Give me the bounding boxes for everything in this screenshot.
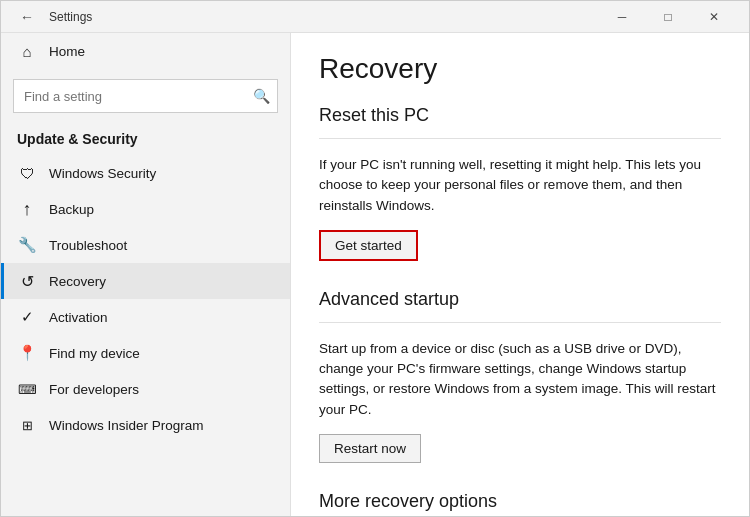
more-options-section: More recovery options Learn how to start…: [319, 491, 721, 516]
sidebar-item-find-my-device-label: Find my device: [49, 346, 140, 361]
window-controls: ─ □ ✕: [599, 1, 737, 33]
minimize-button[interactable]: ─: [599, 1, 645, 33]
main-layout: ⌂ Home 🔍 Update & Security 🛡 Windows Sec…: [1, 33, 749, 516]
backup-icon: ↑: [17, 199, 37, 219]
search-input[interactable]: [13, 79, 278, 113]
sidebar-item-windows-insider[interactable]: ⊞ Windows Insider Program: [1, 407, 290, 443]
sidebar: ⌂ Home 🔍 Update & Security 🛡 Windows Sec…: [1, 33, 291, 516]
troubleshoot-icon: 🔧: [17, 235, 37, 255]
sidebar-section-title: Update & Security: [1, 125, 290, 155]
sidebar-item-for-developers-label: For developers: [49, 382, 139, 397]
for-developers-icon: ⌨: [17, 379, 37, 399]
window-title: Settings: [49, 10, 599, 24]
find-my-device-icon: 📍: [17, 343, 37, 363]
reset-pc-title: Reset this PC: [319, 105, 721, 126]
advanced-startup-divider: [319, 322, 721, 323]
sidebar-search: 🔍: [13, 79, 278, 113]
sidebar-item-find-my-device[interactable]: 📍 Find my device: [1, 335, 290, 371]
recovery-icon: ↺: [17, 271, 37, 291]
reset-pc-divider: [319, 138, 721, 139]
content-area: Recovery Reset this PC If your PC isn't …: [291, 33, 749, 516]
reset-pc-description: If your PC isn't running well, resetting…: [319, 155, 721, 216]
sidebar-item-troubleshoot[interactable]: 🔧 Troubleshoot: [1, 227, 290, 263]
sidebar-item-home[interactable]: ⌂ Home: [1, 33, 290, 69]
sidebar-item-windows-security-label: Windows Security: [49, 166, 156, 181]
activation-icon: ✓: [17, 307, 37, 327]
sidebar-item-backup-label: Backup: [49, 202, 94, 217]
restart-now-button[interactable]: Restart now: [319, 434, 421, 463]
sidebar-item-activation[interactable]: ✓ Activation: [1, 299, 290, 335]
sidebar-item-home-label: Home: [49, 44, 85, 59]
windows-insider-icon: ⊞: [17, 415, 37, 435]
sidebar-item-for-developers[interactable]: ⌨ For developers: [1, 371, 290, 407]
sidebar-item-recovery-label: Recovery: [49, 274, 106, 289]
sidebar-item-troubleshoot-label: Troubleshoot: [49, 238, 127, 253]
get-started-button[interactable]: Get started: [319, 230, 418, 261]
maximize-button[interactable]: □: [645, 1, 691, 33]
sidebar-item-activation-label: Activation: [49, 310, 108, 325]
sidebar-item-backup[interactable]: ↑ Backup: [1, 191, 290, 227]
windows-security-icon: 🛡: [17, 163, 37, 183]
sidebar-item-windows-security[interactable]: 🛡 Windows Security: [1, 155, 290, 191]
reset-pc-section: Reset this PC If your PC isn't running w…: [319, 105, 721, 261]
more-options-title: More recovery options: [319, 491, 721, 512]
back-button[interactable]: ←: [13, 3, 41, 31]
settings-window: ← Settings ─ □ ✕ ⌂ Home 🔍 Update & Secur…: [0, 0, 750, 517]
titlebar: ← Settings ─ □ ✕: [1, 1, 749, 33]
home-icon: ⌂: [17, 41, 37, 61]
sidebar-item-recovery[interactable]: ↺ Recovery: [1, 263, 290, 299]
advanced-startup-title: Advanced startup: [319, 289, 721, 310]
advanced-startup-description: Start up from a device or disc (such as …: [319, 339, 721, 420]
advanced-startup-section: Advanced startup Start up from a device …: [319, 289, 721, 463]
sidebar-item-windows-insider-label: Windows Insider Program: [49, 418, 204, 433]
close-button[interactable]: ✕: [691, 1, 737, 33]
page-title: Recovery: [319, 53, 721, 85]
